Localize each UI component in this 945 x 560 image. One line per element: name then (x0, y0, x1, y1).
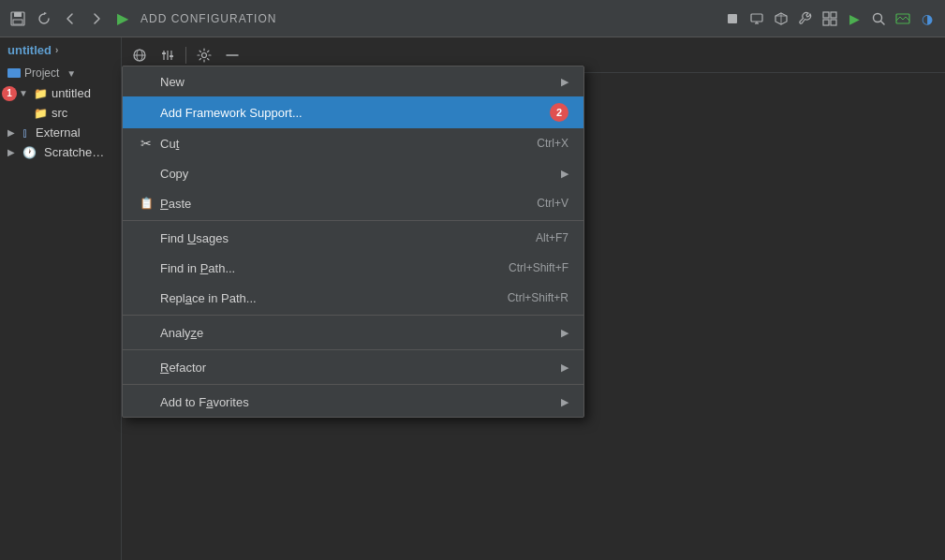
svg-rect-2 (13, 20, 22, 24)
context-menu-overlay: New ▶ Add Framework Support... 2 ✂ Cut C… (0, 37, 945, 560)
menu-item-favorites-label: Add to Favorites (160, 395, 554, 409)
forward-icon[interactable] (86, 8, 107, 29)
separator-3 (123, 349, 583, 350)
menu-item-refactor-label: Refactor (160, 361, 554, 375)
menu-item-paste-label: Paste (160, 197, 499, 211)
menu-item-cut[interactable]: ✂ Cut Ctrl+X (123, 128, 583, 158)
add-config-button[interactable]: ADD CONFIGURATION (133, 12, 284, 25)
menu-item-find-usages[interactable]: Find Usages Alt+F7 (123, 223, 583, 253)
analyze-arrow: ▶ (561, 327, 568, 339)
paste-shortcut: Ctrl+V (537, 197, 568, 210)
menu-item-paste[interactable]: 📋 Paste Ctrl+V (123, 188, 583, 218)
toolbar-right-icons: ▶ ◑ (722, 8, 938, 29)
find-usages-shortcut: Alt+F7 (536, 231, 568, 244)
menu-item-find-usages-label: Find Usages (160, 231, 498, 245)
extra-icon[interactable]: ◑ (917, 8, 938, 29)
image-icon[interactable] (893, 8, 913, 29)
menu-item-add-framework-label: Add Framework Support... (160, 106, 540, 120)
refactor-arrow: ▶ (561, 361, 568, 374)
svg-rect-1 (14, 12, 22, 17)
svg-rect-4 (751, 14, 762, 22)
play-icon[interactable]: ▶ (112, 8, 133, 29)
menu-item-copy[interactable]: Copy ▶ (123, 158, 583, 188)
framework-badge: 2 (550, 103, 568, 122)
wrench-icon[interactable] (795, 8, 816, 29)
svg-rect-13 (831, 20, 836, 25)
paste-icon: 📋 (138, 197, 155, 210)
grid-icon[interactable] (819, 8, 840, 29)
menu-item-replace-path-label: Replace in Path... (160, 291, 470, 305)
menu-item-copy-label: Copy (160, 167, 554, 181)
menu-item-new[interactable]: New ▶ (123, 66, 583, 96)
menu-item-add-favorites[interactable]: Add to Favorites ▶ (123, 387, 583, 417)
search-icon[interactable] (868, 8, 889, 29)
find-path-shortcut: Ctrl+Shift+F (509, 261, 568, 274)
save-icon[interactable] (7, 8, 28, 29)
copy-arrow: ▶ (561, 168, 568, 180)
menu-item-find-path-label: Find in Path... (160, 261, 471, 275)
run-debug-icon[interactable]: ▶ (844, 8, 864, 29)
svg-rect-10 (823, 12, 829, 18)
favorites-arrow: ▶ (561, 396, 568, 408)
cube-icon[interactable] (771, 8, 791, 29)
menu-item-analyze-label: Analyze (160, 326, 554, 340)
top-toolbar: ▶ ADD CONFIGURATION (0, 0, 945, 37)
context-menu: New ▶ Add Framework Support... 2 ✂ Cut C… (122, 66, 584, 418)
stop-icon[interactable] (722, 8, 743, 29)
back-icon[interactable] (60, 8, 81, 29)
svg-rect-12 (823, 20, 829, 25)
new-arrow: ▶ (561, 76, 568, 88)
menu-item-find-in-path[interactable]: Find in Path... Ctrl+Shift+F (123, 253, 583, 283)
cut-shortcut: Ctrl+X (537, 137, 568, 150)
separator-1 (123, 220, 583, 221)
separator-2 (123, 315, 583, 316)
svg-rect-3 (728, 14, 737, 23)
menu-item-new-label: New (160, 75, 554, 89)
menu-item-replace-in-path[interactable]: Replace in Path... Ctrl+Shift+R (123, 283, 583, 313)
replace-path-shortcut: Ctrl+Shift+R (508, 291, 568, 304)
svg-line-15 (881, 21, 885, 24)
menu-item-analyze[interactable]: Analyze ▶ (123, 317, 583, 347)
cut-icon: ✂ (138, 136, 155, 151)
separator-4 (123, 384, 583, 385)
device-icon[interactable] (746, 8, 767, 29)
menu-item-cut-label: Cut (160, 137, 499, 151)
menu-item-add-framework[interactable]: Add Framework Support... 2 (123, 96, 583, 128)
menu-item-refactor[interactable]: Refactor ▶ (123, 352, 583, 382)
toolbar-left-icons: ▶ (7, 8, 133, 29)
svg-rect-11 (831, 12, 836, 18)
refresh-icon[interactable] (34, 8, 54, 29)
